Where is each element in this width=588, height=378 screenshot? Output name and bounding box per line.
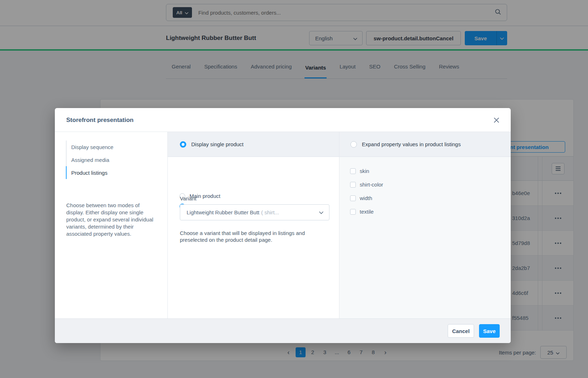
variant-select[interactable]: Lightweight Rubber Butter Butt ( shirt..… [180,204,329,220]
expand-property-values-label: Expand property values in product listin… [362,141,461,147]
variant-select-value: Lightweight Rubber Butter Butt [187,209,259,215]
modal-footer: Cancel Save [55,318,511,343]
close-icon[interactable] [492,116,501,124]
expand-properties-header: Expand property values in product listin… [339,132,511,157]
nav-item-assigned-media[interactable]: Assigned media [66,153,113,166]
property-skin-label: skin [360,168,369,174]
property-option: width [350,195,372,201]
property-option: shirt-color [350,182,383,188]
modal-save-button[interactable]: Save [479,324,500,338]
variant-field-label: Variant [180,195,196,201]
expand-property-values-radio[interactable] [350,141,357,148]
property-width-label: width [360,195,372,201]
nav-item-product-listings[interactable]: Product listings [66,166,113,179]
modal-description: Choose between two modes of display. Eit… [66,202,156,237]
property-width-checkbox[interactable] [350,195,356,201]
single-product-header: Display single product [168,132,339,157]
expand-properties-column: Expand property values in product listin… [339,132,511,318]
modal-body: Display sequence Assigned media Product … [55,132,511,318]
variant-select-hint: ( shirt... [261,209,279,215]
modal-header: Storefront presentation [55,108,511,132]
property-shirt-color-label: shirt-color [360,182,383,188]
property-option: skin [350,168,369,174]
property-textile-label: textile [360,209,374,215]
modal-cancel-button[interactable]: Cancel [448,324,474,338]
property-shirt-color-checkbox[interactable] [350,182,356,188]
variant-helper-text: Choose a variant that will be displayed … [180,230,322,243]
modal-title: Storefront presentation [66,117,134,124]
modal-nav: Display sequence Assigned media Product … [66,141,113,179]
display-single-product-label: Display single product [191,141,244,147]
nav-item-display-sequence[interactable]: Display sequence [66,141,113,153]
property-option: textile [350,209,374,215]
property-textile-checkbox[interactable] [350,209,356,215]
storefront-presentation-modal: Storefront presentation Display sequence… [55,108,511,343]
chevron-down-icon [319,209,323,216]
modal-nav-column: Display sequence Assigned media Product … [55,132,168,318]
single-product-column: Display single product Main product Vari… [168,132,339,318]
property-skin-checkbox[interactable] [350,168,356,174]
display-single-product-radio[interactable] [180,141,186,148]
